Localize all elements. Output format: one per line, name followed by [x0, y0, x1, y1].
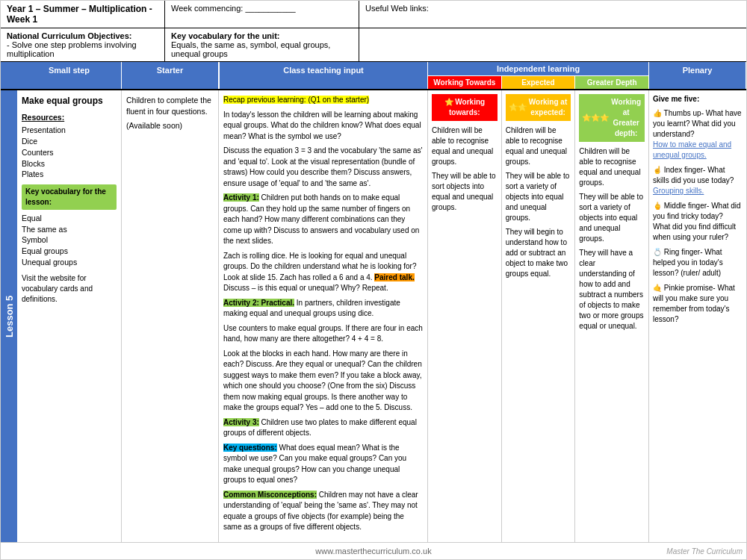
recap-label: Recap previous learning: (Q1 on the star…: [223, 96, 369, 104]
paired-talk: Paired talk.: [374, 273, 414, 281]
exp-text3: They will begin to understand how to add…: [506, 227, 571, 279]
vocab-equal: Equal: [22, 213, 117, 224]
col-header-expected: Expected: [502, 76, 576, 89]
curriculum-objectives: National Curriculum Objectives: - Solve …: [1, 28, 165, 61]
wt-header: ⭐ Working towards:: [432, 94, 498, 121]
gd-text3: They will have a clear understanding of …: [579, 248, 645, 332]
greater-depth-column: ⭐⭐⭐ Working at Greater depth: Children w…: [575, 90, 648, 542]
col-header-starter: Starter: [122, 62, 219, 89]
col-header-working-towards: Working Towards: [428, 76, 502, 89]
col-header-independent: Independent learning: [428, 62, 648, 76]
key-q-label: Key questions:: [223, 444, 277, 452]
activity3-label: Activity 3:: [223, 418, 259, 426]
wt-text1: Children will be able to recognise equal…: [432, 125, 498, 167]
key-vocab-box: Key vocabulary for the lesson:: [22, 184, 117, 210]
small-step-column: Make equal groups Resources: Presentatio…: [17, 90, 122, 542]
gd-text1: Children will be able to recognise equal…: [579, 146, 645, 188]
activity2-label: Activity 2: Practical.: [223, 299, 294, 307]
independent-learning-area: ⭐ Working towards: Children will be able…: [428, 90, 649, 542]
middle-text: Middle finger- What did you find tricky …: [653, 202, 741, 241]
vocab-unequal-groups: Unequal groups: [22, 257, 117, 268]
resources-title: Resources:: [22, 112, 117, 123]
activity1-label: Activity 1:: [223, 193, 259, 202]
gd-header: ⭐⭐⭐ Working at Greater depth:: [579, 94, 645, 142]
useful-links: Useful Web links:: [359, 1, 746, 28]
key-vocabulary: Key vocabulary for the unit: Equals, the…: [165, 28, 359, 61]
resource-dice: Dice: [22, 136, 117, 147]
footer-logo: Master The Curriculum: [666, 547, 743, 556]
counters-text: Use counters to make equal groups. If th…: [223, 323, 423, 345]
col-header-small-step: Small step: [17, 62, 122, 89]
col-header-greater-depth: Greater Depth: [575, 76, 648, 89]
exp-header: ⭐⭐ Working at expected:: [506, 94, 571, 121]
starter-column: Children to complete the fluent in four …: [122, 90, 219, 542]
footer-url: www.masterthecurriculum.co.uk: [315, 547, 431, 556]
lesson-label: Lesson 5: [1, 90, 17, 542]
thumb-link: How to make equal and unequal groups.: [653, 140, 731, 159]
blocks-text: Look at the blocks in each hand. How man…: [223, 349, 423, 414]
exp-text1: Children will be able to recognise equal…: [506, 125, 571, 167]
vocab-equal-groups: Equal groups: [22, 246, 117, 257]
vocab-symbol: Symbol: [22, 234, 117, 246]
index-link: Grouping skills.: [653, 187, 704, 195]
wt-text2: They will be able to sort objects into e…: [432, 171, 498, 213]
pinkie-text: Pinkie promise- What will you make sure …: [653, 284, 735, 323]
pinkie-icon: 🤙: [653, 284, 662, 292]
plenary-column: Give me five: 👍 Thumbs up- What have you…: [649, 90, 746, 542]
col-header-plenary: Plenary: [649, 62, 746, 89]
teaching-column: Recap previous learning: (Q1 on the star…: [219, 90, 428, 542]
starter-text: Children to complete the fluent in four …: [126, 95, 214, 116]
visit-text: Visit the website for vocabulary cards a…: [22, 273, 117, 305]
pinkie-section: 🤙 Pinkie promise- What will you make sur…: [653, 283, 743, 325]
index-section: ☝ Index finger- What skills did you use …: [653, 165, 743, 196]
teaching-discuss: Discuss the equation 3 = 3 and the vocab…: [223, 146, 423, 189]
expected-column: ⭐⭐ Working at expected: Children will be…: [502, 90, 576, 542]
small-step-title: Make equal groups: [22, 95, 117, 108]
misconceptions-label: Common Misconceptions:: [223, 491, 317, 499]
footer: www.masterthecurriculum.co.uk Master The…: [1, 542, 746, 559]
resource-plates: Plates: [22, 169, 117, 180]
working-towards-column: ⭐ Working towards: Children will be able…: [428, 90, 502, 542]
ring-section: 💍 Ring finger- What helped you in today'…: [653, 247, 743, 279]
resource-presentation: Presentation: [22, 125, 117, 136]
plenary-title: Give me five:: [653, 94, 743, 105]
resource-counters: Counters: [22, 147, 117, 158]
index-text: Index finger- What skills did you use to…: [653, 166, 734, 184]
thumb-text: Thumbs up- What have you learnt? What di…: [653, 109, 742, 138]
starter-available: (Available soon): [126, 120, 214, 131]
teaching-intro: In today's lesson the children will be l…: [223, 110, 423, 143]
thumb-icon: 👍: [653, 109, 662, 117]
gd-text2: They will be able to sort a variety of o…: [579, 192, 645, 244]
lesson-title: Year 1 – Summer – Multiplication - Week …: [1, 1, 165, 28]
ring-icon: 💍: [653, 248, 662, 256]
resource-blocks: Blocks: [22, 158, 117, 169]
web-links: [359, 28, 746, 61]
col-header-teaching: Class teaching input: [219, 62, 428, 89]
index-icon: ☝: [653, 166, 662, 174]
middle-icon: 🖕: [653, 202, 662, 210]
zach2-text: Discuss – is this equal or unequal? Why?…: [223, 284, 388, 292]
ring-text: Ring finger- What helped you in today's …: [653, 248, 723, 277]
vocab-same-as: The same as: [22, 224, 117, 235]
middle-section: 🖕 Middle finger- What did you find trick…: [653, 201, 743, 243]
week-commencing: Week commencing: ___________: [165, 1, 359, 28]
exp-text2: They will be able to sort a variety of o…: [506, 171, 571, 223]
thumb-section: 👍 Thumbs up- What have you learnt? What …: [653, 108, 743, 161]
